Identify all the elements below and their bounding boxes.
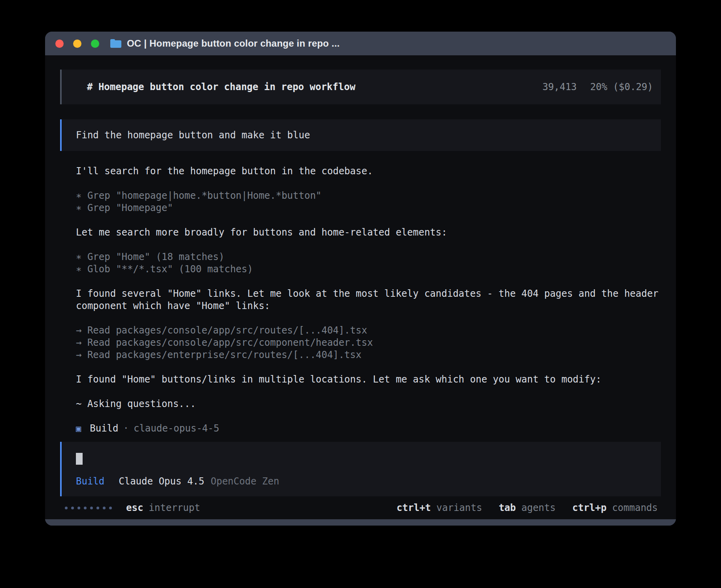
tool-call-line: ∗ Grep "homepage|home.*button|Home.*butt… bbox=[76, 190, 660, 202]
assistant-text: Let me search more broadly for buttons a… bbox=[76, 226, 660, 239]
tool-call-group: → Read packages/console/app/src/routes/[… bbox=[76, 324, 660, 361]
shortcut-key: ctrl+t bbox=[396, 502, 431, 514]
user-message: Find the homepage button and make it blu… bbox=[60, 119, 661, 151]
agent-model-name: claude-opus-4-5 bbox=[134, 422, 219, 435]
assistant-text: ~ Asking questions... bbox=[76, 398, 660, 410]
progress-dot bbox=[71, 507, 74, 509]
status-shortcuts: ctrl+tvariantstabagentsctrl+pcommands bbox=[396, 502, 658, 514]
tool-call-line: → Read packages/console/app/src/routes/[… bbox=[76, 324, 660, 337]
window-title: OC | Homepage button color change in rep… bbox=[127, 38, 340, 49]
provider-label: OpenCode Zen bbox=[211, 476, 279, 487]
shortcut-label: commands bbox=[612, 502, 658, 514]
progress-dot bbox=[90, 507, 93, 509]
esc-key-hint: esc bbox=[126, 502, 143, 514]
agent-status-line: ▣Build·claude-opus-4-5 bbox=[76, 422, 660, 435]
agent-name: Build bbox=[90, 422, 118, 435]
tool-call-line: → Read packages/enterprise/src/routes/[.… bbox=[76, 349, 660, 361]
progress-dot bbox=[103, 507, 106, 509]
shortcut-hint: ctrl+pcommands bbox=[572, 502, 658, 514]
progress-dot bbox=[96, 507, 99, 509]
shortcut-hint: tabagents bbox=[499, 502, 556, 514]
terminal-content: # Homepage button color change in repo w… bbox=[45, 55, 676, 519]
agent-icon: ▣ bbox=[76, 422, 81, 435]
tool-call-line: ∗ Grep "Homepage" bbox=[76, 202, 660, 214]
tool-call-group: ∗ Grep "homepage|home.*button|Home.*butt… bbox=[76, 190, 660, 214]
status-bar: esc interrupt ctrl+tvariantstabagentsctr… bbox=[60, 502, 661, 514]
session-header: # Homepage button color change in repo w… bbox=[60, 70, 661, 104]
progress-dot bbox=[65, 507, 68, 509]
session-title: # Homepage button color change in repo w… bbox=[87, 81, 355, 92]
progress-dot bbox=[77, 507, 80, 509]
window-bottom-chrome bbox=[45, 519, 676, 526]
folder-icon bbox=[110, 39, 121, 48]
tool-call-line: ∗ Glob "**/*.tsx" (100 matches) bbox=[76, 263, 660, 275]
session-meta: 39,413 20% ($0.29) bbox=[542, 81, 653, 92]
progress-dot bbox=[109, 507, 112, 509]
window-titlebar: OC | Homepage button color change in rep… bbox=[45, 32, 676, 55]
shortcut-key: ctrl+p bbox=[572, 502, 607, 514]
esc-action-label: interrupt bbox=[149, 502, 200, 514]
assistant-transcript: I'll search for the homepage button in t… bbox=[76, 165, 660, 435]
prompt-input[interactable]: Build Claude Opus 4.5 OpenCode Zen bbox=[60, 442, 661, 496]
status-left: esc interrupt bbox=[65, 502, 200, 514]
assistant-text: I found "Home" buttons/links in multiple… bbox=[76, 373, 660, 386]
zoom-button[interactable] bbox=[91, 40, 99, 48]
tool-call-group: ∗ Grep "Home" (18 matches)∗ Glob "**/*.t… bbox=[76, 251, 660, 275]
model-name-label[interactable]: Claude Opus 4.5 bbox=[119, 476, 204, 487]
assistant-text: I found several "Home" links. Let me loo… bbox=[76, 288, 660, 312]
assistant-text: I'll search for the homepage button in t… bbox=[76, 165, 660, 177]
progress-dots bbox=[65, 507, 112, 509]
shortcut-key: tab bbox=[499, 502, 516, 514]
token-count: 39,413 bbox=[542, 81, 577, 92]
input-footer: Build Claude Opus 4.5 OpenCode Zen bbox=[76, 476, 653, 487]
close-button[interactable] bbox=[55, 40, 64, 48]
agent-mode-label[interactable]: Build bbox=[76, 476, 104, 487]
progress-dot bbox=[84, 507, 87, 509]
tool-call-line: ∗ Grep "Home" (18 matches) bbox=[76, 251, 660, 263]
separator-dot: · bbox=[123, 422, 129, 435]
minimize-button[interactable] bbox=[73, 40, 81, 48]
terminal-window: OC | Homepage button color change in rep… bbox=[45, 32, 676, 526]
text-cursor bbox=[76, 453, 83, 465]
tool-call-line: → Read packages/console/app/src/componen… bbox=[76, 337, 660, 349]
shortcut-label: agents bbox=[521, 502, 556, 514]
shortcut-hint: ctrl+tvariants bbox=[396, 502, 482, 514]
traffic-lights bbox=[55, 40, 99, 48]
context-usage: 20% ($0.29) bbox=[590, 81, 653, 92]
user-message-text: Find the homepage button and make it blu… bbox=[76, 130, 310, 141]
shortcut-label: variants bbox=[436, 502, 482, 514]
